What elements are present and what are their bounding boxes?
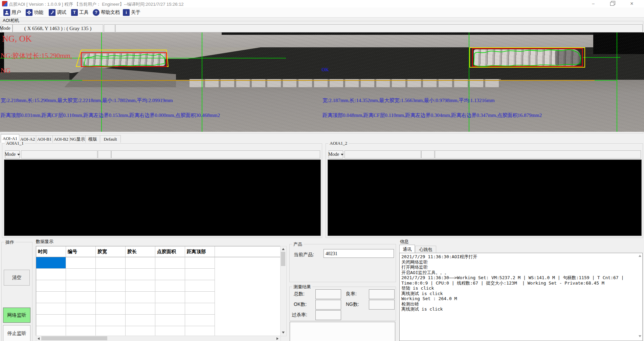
left-measure-line2: 距离顶部0.031mm,距离CF层0.110mm,距离左边界0.153mm,距离…: [1, 112, 220, 119]
table-row[interactable]: [36, 269, 281, 280]
toolbar: 用户 功能 调试 T 工具 ? 帮助文档 i 关于: [0, 7, 644, 18]
panel-aoia1-2-label: AOIA1_2: [328, 141, 349, 146]
tab-template[interactable]: 模版: [85, 135, 100, 143]
scroll-down-icon[interactable]: [639, 335, 641, 337]
user-icon: [3, 9, 10, 16]
close-button[interactable]: ×: [624, 0, 639, 7]
product-label: 产品: [292, 241, 304, 247]
vscroll-thumb[interactable]: [281, 252, 285, 266]
overkill-rate-label: 过杀率:: [292, 312, 307, 318]
wrench-icon: [49, 9, 55, 16]
panel1-field-1[interactable]: [21, 150, 97, 159]
log-line: 检测出错: [401, 301, 419, 307]
clear-button[interactable]: 清空: [4, 270, 30, 286]
ok-count-field[interactable]: [315, 300, 341, 310]
selected-cell[interactable]: [36, 257, 66, 269]
panel2-mode-dropdown[interactable]: Mode: [329, 150, 343, 159]
menu-help[interactable]: ? 帮助文档: [93, 8, 120, 16]
camera-field-2[interactable]: [104, 24, 115, 32]
title-bar: 点胶AOI [ Version : 1.0.0.9 ] 程序 【当前用户： En…: [0, 0, 644, 8]
log-line: Time:0:0:9 | CPU:0 | 线程数:67 | 提交大小:123M …: [401, 281, 604, 286]
overkill-rate-field[interactable]: [315, 310, 341, 320]
scroll-down-icon[interactable]: [282, 332, 285, 334]
gear-icon: [26, 9, 32, 16]
col-header-dist-top[interactable]: 距离顶部: [185, 246, 215, 257]
scroll-left-icon[interactable]: [38, 337, 40, 340]
log-line: 登陆 is click: [401, 286, 434, 291]
hscroll-thumb[interactable]: [41, 336, 107, 340]
menu-function[interactable]: 功能: [26, 8, 43, 16]
ng-count-field[interactable]: [369, 300, 395, 310]
panel1-mode-dropdown[interactable]: Mode: [5, 150, 20, 159]
table-row[interactable]: [36, 280, 281, 292]
data-table[interactable]: 时间 编号 胶宽 胶长 点胶面积 距离顶部: [36, 246, 281, 336]
table-vscrollbar[interactable]: [280, 246, 287, 336]
tab-comm[interactable]: 通讯: [399, 245, 415, 253]
result-note-panel: [290, 322, 395, 341]
table-row[interactable]: [36, 303, 281, 315]
results-label: 测量结果: [292, 284, 312, 290]
panel1-field-3[interactable]: [111, 150, 320, 159]
center-ok-text: OK: [321, 67, 329, 73]
tab-heartbeat[interactable]: 心跳包: [415, 246, 436, 253]
result-status-text: NG, OK: [2, 34, 32, 44]
camera-image[interactable]: NG, OK NG:胶体过长:15.290mm, NG OK 宽:2.218mm…: [0, 32, 644, 132]
menu-tools[interactable]: T 工具: [71, 8, 89, 16]
col-header-time[interactable]: 时间: [36, 246, 66, 257]
panel2-image-view[interactable]: [328, 160, 642, 236]
tab-aoi-b2[interactable]: AOI-B2: [52, 135, 70, 143]
camera-coord-field[interactable]: ( X 6568, Y 1463 ) : ( Gray 135 ): [13, 24, 103, 32]
panel1-field-2[interactable]: [98, 150, 111, 159]
minimize-button[interactable]: –: [586, 0, 601, 7]
camera-field-3[interactable]: [115, 24, 643, 32]
menu-about[interactable]: i 关于: [123, 8, 140, 16]
scroll-up-icon[interactable]: [639, 255, 641, 257]
panel2-field-3[interactable]: [435, 150, 641, 159]
table-hscrollbar[interactable]: [36, 336, 281, 341]
current-product-field[interactable]: 40231: [324, 249, 394, 258]
table-row[interactable]: [36, 257, 281, 269]
col-header-glue-area[interactable]: 点胶面积: [155, 246, 185, 257]
log-line: 开启AOI监控工具。。。: [401, 270, 449, 275]
yield-rate-field[interactable]: [369, 289, 395, 299]
tab-default[interactable]: Default: [100, 135, 121, 143]
tab-aoi-b1[interactable]: AOI-B1: [36, 135, 53, 143]
left-measure-line1: 宽:2.218mm,长:15.290mm,最大胶宽:2.2218mm,最小:1.…: [1, 97, 173, 104]
menu-function-label: 功能: [34, 9, 43, 16]
tools-icon: T: [71, 9, 78, 16]
camera-mode-label: Mode: [0, 26, 10, 31]
log-line: 关闭网络监听: [401, 260, 428, 265]
panel1-image-view[interactable]: [4, 160, 321, 236]
log-line: 2021/7/29 11:36:30:AOI程序打开: [401, 254, 477, 259]
camera-coord-text: ( X 6568, Y 1463 ) : ( Gray 135 ): [24, 26, 91, 31]
scroll-right-icon[interactable]: [276, 337, 279, 340]
col-header-glue-width[interactable]: 胶宽: [96, 246, 126, 257]
chevron-down-icon: [341, 154, 343, 155]
col-header-glue-length[interactable]: 胶长: [126, 246, 155, 257]
menu-debug-label: 调试: [57, 9, 66, 16]
col-header-id[interactable]: 编号: [66, 246, 96, 257]
panel2-field-2[interactable]: [421, 150, 435, 159]
panel2-field-1[interactable]: [345, 150, 421, 159]
right-measure-line2: 距离顶部0.048mm,距离CF层0.110mm,距离左边界0.304mm,距离…: [323, 112, 542, 119]
restore-button[interactable]: [605, 0, 620, 7]
table-row[interactable]: [36, 292, 281, 303]
tab-ng-display[interactable]: NG显示: [69, 135, 86, 143]
about-icon: i: [123, 9, 130, 16]
data-table-label: 数据显示: [36, 239, 53, 245]
panel2-mode-label: Mode: [328, 152, 339, 157]
camera-mode-dropdown[interactable]: Mode: [2, 24, 13, 32]
log-line: 打开网络监听: [401, 265, 428, 270]
comm-log[interactable]: 2021/7/29 11:36:30:AOI程序打开 关闭网络监听 打开网络监听…: [399, 253, 643, 341]
total-count-label: 总数:: [294, 291, 305, 297]
menu-user[interactable]: 用户: [3, 8, 21, 16]
ng-count-label: NG数:: [346, 301, 359, 308]
table-row[interactable]: [36, 326, 281, 336]
table-row[interactable]: [36, 315, 281, 326]
total-count-field[interactable]: [315, 289, 341, 299]
network-listen-button[interactable]: 网络监听: [3, 308, 30, 323]
menu-debug[interactable]: 调试: [49, 8, 66, 16]
scroll-up-icon[interactable]: [282, 248, 285, 250]
stop-listen-button[interactable]: 停止监听: [3, 325, 30, 341]
log-scrollbar[interactable]: [638, 254, 642, 340]
